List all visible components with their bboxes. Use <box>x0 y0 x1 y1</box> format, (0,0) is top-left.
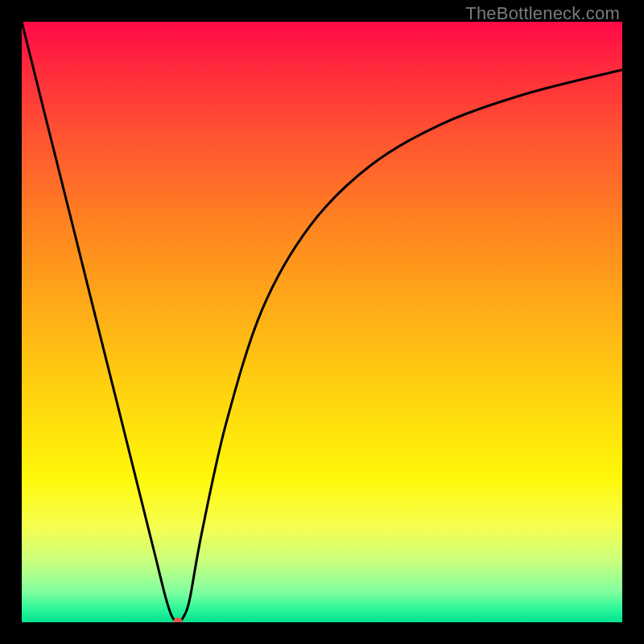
chart-frame: TheBottleneck.com <box>0 0 644 644</box>
plot-background-gradient <box>22 22 622 622</box>
